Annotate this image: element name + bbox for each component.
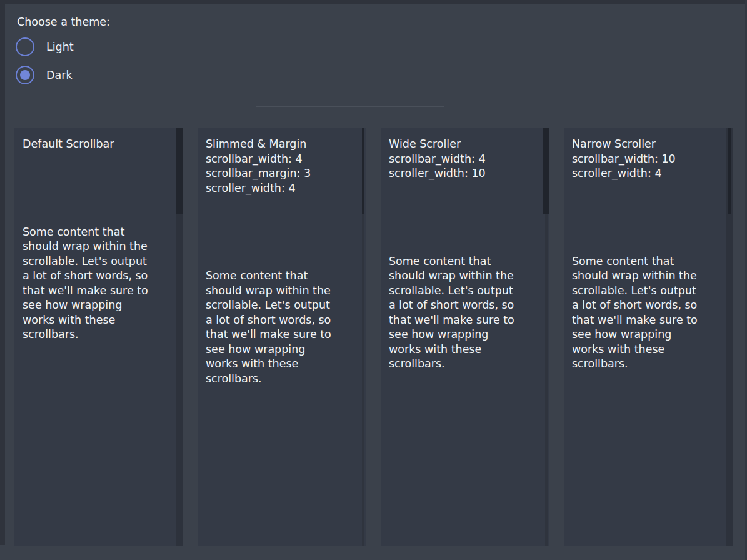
scrollbar-demo-panel-narrow-scroller: Narrow Scroller scrollbar_width: 10 scro… <box>564 128 733 546</box>
radio-option-light[interactable]: Light <box>16 38 74 56</box>
scrollbar-demo-panel-slimmed-margin: Slimmed & Margin scrollbar_width: 4 scro… <box>198 128 366 546</box>
radio-icon <box>16 38 34 56</box>
radio-label-light: Light <box>46 41 74 53</box>
radio-icon <box>16 66 34 84</box>
panel-paragraph: Some content that should wrap within the… <box>389 254 541 372</box>
window-edge-left <box>0 0 5 545</box>
scrollable-content[interactable]: Narrow Scroller scrollbar_width: 10 scro… <box>564 128 724 546</box>
radio-option-dark[interactable]: Dark <box>16 66 73 84</box>
panel-params: scrollbar_width: 4 scrollbar_margin: 3 s… <box>206 152 358 196</box>
panel-title: Slimmed & Margin <box>206 137 358 152</box>
theme-heading: Choose a theme: <box>17 15 110 29</box>
panel-title: Narrow Scroller <box>572 137 724 152</box>
scrollbar-demo-panel-wide-scroller: Wide Scroller scrollbar_width: 4 scrolle… <box>381 128 549 546</box>
panel-params: scrollbar_width: 10 scroller_width: 4 <box>572 152 724 181</box>
scrollbar-thumb[interactable] <box>362 128 364 214</box>
panel-paragraph: Some content that should wrap within the… <box>23 225 174 342</box>
scrollable-content[interactable]: Wide Scroller scrollbar_width: 4 scrolle… <box>381 128 541 546</box>
scrollbar-thumb[interactable] <box>728 128 731 214</box>
radio-dot <box>20 70 30 80</box>
radio-label-dark: Dark <box>46 69 73 81</box>
app-window: { "theme_section": { "heading": "Choose … <box>0 0 747 560</box>
window-edge-top <box>0 0 747 4</box>
panel-title: Wide Scroller <box>389 137 541 152</box>
scrollbar-demo-panel-default: Default Scrollbar Some content that shou… <box>14 128 183 546</box>
panel-params: scrollbar_width: 4 scroller_width: 10 <box>389 152 541 181</box>
scrollbar-thumb[interactable] <box>176 128 183 214</box>
panel-paragraph: Some content that should wrap within the… <box>206 269 358 386</box>
panel-title: Default Scrollbar <box>23 137 174 152</box>
scrollbar-thumb[interactable] <box>543 128 549 214</box>
scrollable-content[interactable]: Slimmed & Margin scrollbar_width: 4 scro… <box>198 128 358 546</box>
scrollable-content[interactable]: Default Scrollbar Some content that shou… <box>14 128 174 546</box>
radio-dot <box>20 42 30 52</box>
divider <box>256 106 444 107</box>
panel-paragraph: Some content that should wrap within the… <box>572 254 724 372</box>
